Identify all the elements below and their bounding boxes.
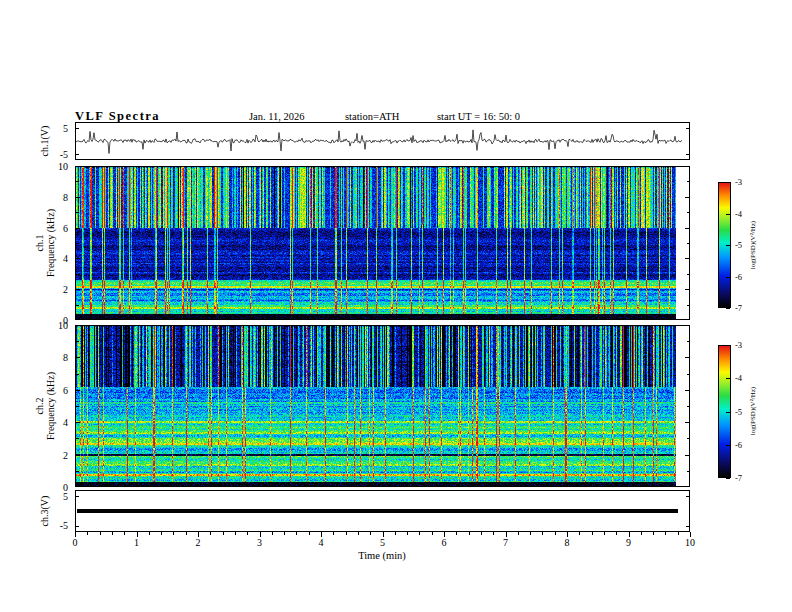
axis-tick xyxy=(726,345,730,346)
axis-tick xyxy=(76,274,79,275)
ch1-ytick-5: 5 xyxy=(46,123,68,134)
axis-tick xyxy=(686,154,689,155)
ch1-spectrogram-canvas xyxy=(76,167,689,319)
axis-tick xyxy=(687,374,690,375)
colorbar-tick-label: -4 xyxy=(735,373,742,383)
axis-tick xyxy=(685,357,689,358)
axis-tick xyxy=(469,532,470,535)
axis-tick xyxy=(76,181,79,182)
x-tick-label: 10 xyxy=(685,537,695,548)
axis-tick xyxy=(247,532,248,535)
axis-tick xyxy=(112,532,113,535)
axis-tick xyxy=(726,445,730,446)
axis-tick xyxy=(76,154,79,155)
x-tick-label: 8 xyxy=(565,537,570,548)
axis-tick xyxy=(687,243,690,244)
axis-tick xyxy=(149,532,150,535)
x-axis-title: Time (min) xyxy=(358,550,406,561)
axis-tick xyxy=(161,532,162,535)
axis-tick xyxy=(76,228,80,229)
axis-tick xyxy=(76,471,79,472)
axis-tick xyxy=(419,532,420,535)
axis-tick xyxy=(493,532,494,535)
axis-tick xyxy=(137,532,138,537)
colorbar-tick-label: -6 xyxy=(735,272,742,282)
axis-tick xyxy=(592,532,593,535)
axis-tick xyxy=(653,532,654,535)
axis-tick xyxy=(506,532,507,537)
x-tick-label: 4 xyxy=(319,537,324,548)
axis-tick xyxy=(687,274,690,275)
ch1_spec-ytick-label: 4 xyxy=(46,253,68,264)
axis-tick xyxy=(272,532,273,535)
axis-tick xyxy=(76,258,80,259)
axis-tick xyxy=(685,228,689,229)
colorbar-tick-label: -7 xyxy=(735,303,742,313)
axis-tick xyxy=(76,455,80,456)
axis-tick xyxy=(641,532,642,535)
axis-tick xyxy=(685,455,689,456)
axis-tick xyxy=(75,532,76,537)
axis-tick xyxy=(87,532,88,535)
axis-tick xyxy=(685,390,689,391)
axis-tick xyxy=(76,357,80,358)
axis-tick xyxy=(687,212,690,213)
axis-tick xyxy=(686,128,689,129)
x-tick-label: 3 xyxy=(257,537,262,548)
colorbar-tick-label: -5 xyxy=(735,240,742,250)
ch1-spec-ylabel-line1: ch.1 xyxy=(34,209,45,277)
axis-tick xyxy=(685,289,689,290)
axis-tick xyxy=(686,526,689,527)
axis-tick xyxy=(686,496,689,497)
axis-tick xyxy=(186,532,187,535)
axis-tick xyxy=(76,526,79,527)
ch2_spec-ytick-label: 4 xyxy=(46,417,68,428)
axis-tick xyxy=(444,532,445,537)
x-tick-label: 6 xyxy=(442,537,447,548)
axis-tick xyxy=(296,532,297,535)
colorbar-tick-label: -4 xyxy=(735,209,742,219)
axis-tick xyxy=(309,532,310,535)
axis-tick xyxy=(76,374,79,375)
axis-tick xyxy=(579,532,580,535)
colorbar-tick-label: -7 xyxy=(735,473,742,483)
axis-tick xyxy=(604,532,605,535)
ch1-colorbar-unit-label: log(PSD)(V²/Hz) xyxy=(749,221,757,269)
ch2-spec-ylabel-line2: Frequency (kHz) xyxy=(45,372,56,440)
axis-tick xyxy=(687,341,690,342)
axis-tick xyxy=(726,277,730,278)
ch1-ytick-neg5: -5 xyxy=(46,149,68,160)
colorbar-tick-label: -6 xyxy=(735,440,742,450)
ch1_spec-ytick-label: 6 xyxy=(46,222,68,233)
axis-tick xyxy=(76,496,79,497)
axis-tick xyxy=(76,390,80,391)
axis-tick xyxy=(518,532,519,535)
axis-tick xyxy=(726,308,730,309)
ch3-waveform-panel xyxy=(75,490,690,532)
axis-tick xyxy=(687,471,690,472)
ch3-ytick-neg5: -5 xyxy=(46,520,68,531)
axis-tick xyxy=(76,212,79,213)
axis-tick xyxy=(407,532,408,535)
ch2-spectrogram-canvas xyxy=(76,326,689,486)
ch1_spec-ytick-label: 10 xyxy=(46,161,68,172)
ch2_spec-ytick-label: 10 xyxy=(46,320,68,331)
ch1-spec-ylabel-line2: Frequency (kHz) xyxy=(45,209,56,277)
ch1-spectrogram-ylabel: ch.1 Frequency (kHz) xyxy=(34,209,56,277)
ch2_spec-ytick-label: 2 xyxy=(46,449,68,460)
axis-tick xyxy=(198,532,199,537)
axis-tick xyxy=(616,532,617,535)
axis-tick xyxy=(685,422,689,423)
x-tick-label: 1 xyxy=(134,537,139,548)
axis-tick xyxy=(173,532,174,535)
ch1-spectrogram-panel xyxy=(75,166,690,320)
axis-tick xyxy=(260,532,261,537)
x-tick-label: 5 xyxy=(380,537,385,548)
date-label: Jan. 11, 2026 xyxy=(249,111,305,122)
axis-tick xyxy=(726,214,730,215)
axis-tick xyxy=(100,532,101,535)
axis-tick xyxy=(687,181,690,182)
axis-tick xyxy=(346,532,347,535)
vlf-spectra-figure: VLF Spectra Jan. 11, 2026 station=ATH st… xyxy=(0,0,792,612)
axis-tick xyxy=(726,478,730,479)
